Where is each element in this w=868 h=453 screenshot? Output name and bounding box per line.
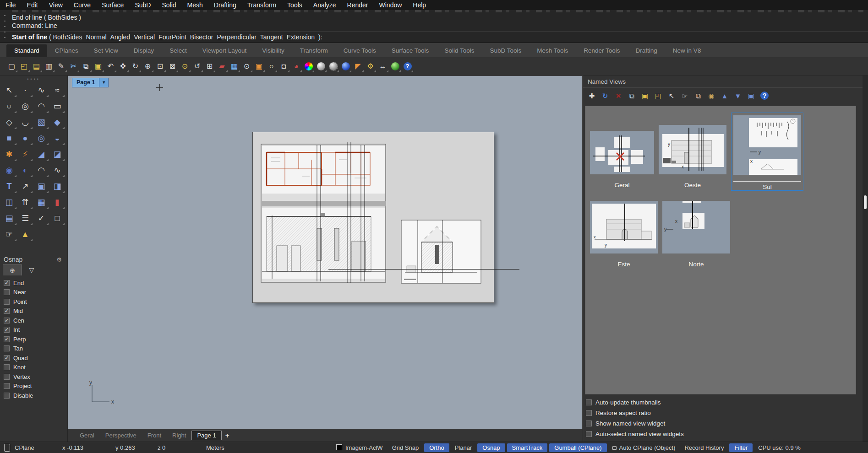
- ribbon-tab[interactable]: Solid Tools: [437, 44, 482, 57]
- ribbon-tab[interactable]: Visibility: [254, 44, 292, 57]
- lock-icon[interactable]: ◘: [278, 60, 290, 73]
- ellipse-tool[interactable]: ◎: [18, 98, 33, 113]
- named-view-este[interactable]: x y Este: [590, 201, 658, 270]
- osnap-checkbox[interactable]: Mid: [4, 307, 67, 316]
- curve-fillet-tool[interactable]: ◡: [18, 114, 33, 129]
- arc-tool[interactable]: ◠: [34, 98, 49, 113]
- named-view-icon[interactable]: ▰: [216, 60, 228, 73]
- spotlight-icon[interactable]: ◤: [352, 60, 364, 73]
- panel-option-checkbox[interactable]: Restore aspect ratio: [586, 408, 858, 418]
- command-option[interactable]: Perpendicular: [217, 33, 256, 41]
- show-view-icon[interactable]: ◉: [706, 91, 716, 101]
- named-view-geral[interactable]: Geral: [590, 131, 654, 191]
- command-option[interactable]: Vertical: [134, 33, 155, 41]
- pyramid-tool[interactable]: ▲: [18, 226, 33, 242]
- status-item[interactable]: y 0.263: [111, 444, 153, 451]
- revolve-tool[interactable]: ◒: [50, 130, 65, 146]
- ribbon-tab[interactable]: Curve Tools: [336, 44, 384, 57]
- layout-viewport[interactable]: Page 1 ▼: [68, 76, 583, 429]
- osnap-checkbox[interactable]: Cen: [4, 316, 67, 325]
- pick-view-icon[interactable]: ↖: [666, 91, 677, 101]
- command-option[interactable]: Normal: [86, 33, 106, 41]
- status-item[interactable]: Record History: [680, 444, 728, 451]
- status-item[interactable]: z 0: [153, 444, 202, 451]
- duplicate-view-icon[interactable]: ⧉: [693, 91, 703, 101]
- menu-item[interactable]: Help: [407, 1, 431, 9]
- zoom-dynamic-icon[interactable]: ⊕: [142, 60, 154, 73]
- scrollbar-thumb[interactable]: [864, 195, 867, 209]
- osnap-checkbox[interactable]: Perp: [4, 334, 67, 344]
- ribbon-tab[interactable]: Mesh Tools: [529, 44, 576, 57]
- light-icon[interactable]: ○: [265, 60, 278, 73]
- osnap-checkbox[interactable]: End: [4, 278, 67, 288]
- move-up-icon[interactable]: ▲: [720, 91, 730, 101]
- status-item[interactable]: Ortho: [424, 443, 449, 452]
- section-tool[interactable]: ▮: [50, 194, 65, 210]
- viewport-tab[interactable]: Perspective: [100, 431, 142, 440]
- render-preview-icon[interactable]: [389, 60, 401, 73]
- status-item[interactable]: Auto CPlane (Object): [608, 444, 680, 451]
- sketch-curve-tool[interactable]: ≈: [50, 82, 65, 97]
- viewport-tab[interactable]: Right: [167, 431, 191, 440]
- print-icon[interactable]: ▥: [43, 60, 55, 73]
- scale-tool[interactable]: ↗: [18, 178, 33, 194]
- ribbon-tab[interactable]: SubD Tools: [482, 44, 529, 57]
- command-area[interactable]: End of line ( BothSides ) Command: Line …: [0, 10, 868, 43]
- import-views-icon[interactable]: ◰: [653, 91, 663, 101]
- delete-view-icon[interactable]: ✕: [613, 91, 623, 101]
- cut-icon[interactable]: ✂: [67, 60, 80, 73]
- checkbox[interactable]: [586, 431, 592, 437]
- surface-from-points-tool[interactable]: ▧: [34, 114, 49, 129]
- loft-surface-tool[interactable]: ◆: [50, 114, 65, 129]
- menu-item[interactable]: Solid: [156, 1, 181, 9]
- status-item[interactable]: x -0.113: [58, 444, 111, 451]
- viewport-title-tab[interactable]: Page 1 ▼: [72, 78, 109, 87]
- osnap-checkbox[interactable]: Knot: [4, 363, 67, 372]
- menu-item[interactable]: View: [44, 1, 68, 9]
- pan-icon[interactable]: ✥: [117, 60, 129, 73]
- viewport-tab[interactable]: Page 1: [191, 431, 221, 440]
- ribbon-tab[interactable]: Select: [162, 44, 195, 57]
- checkbox[interactable]: [586, 410, 592, 416]
- render-icon[interactable]: [315, 60, 327, 73]
- menu-item[interactable]: Window: [374, 1, 408, 9]
- status-item[interactable]: Filter: [729, 443, 753, 452]
- viewport-tab[interactable]: Geral: [74, 431, 100, 440]
- help-icon[interactable]: ?: [759, 91, 770, 101]
- edit-annotate-icon[interactable]: ✎: [55, 60, 67, 73]
- command-option[interactable]: Tangent: [260, 33, 283, 41]
- blast-tool[interactable]: ⚡: [18, 146, 33, 162]
- status-item[interactable]: SmartTrack: [507, 443, 548, 452]
- viewport-tab[interactable]: Front: [142, 431, 167, 440]
- ribbon-tab[interactable]: Drafting: [628, 44, 665, 57]
- filter-objects-icon[interactable]: ▣: [253, 60, 265, 73]
- osnap-checkbox[interactable]: Quad: [4, 353, 67, 363]
- status-item[interactable]: Osnap: [477, 443, 505, 452]
- trim-tool[interactable]: ◢: [34, 146, 49, 162]
- pick-hand-tool[interactable]: ☞: [2, 226, 17, 242]
- new-file-icon[interactable]: ▢: [5, 60, 18, 73]
- torus-tool[interactable]: ◎: [34, 130, 49, 146]
- control-point-curve-tool[interactable]: ∿: [34, 82, 49, 97]
- check-tool[interactable]: ✓: [34, 210, 49, 226]
- menu-item[interactable]: SubD: [129, 1, 156, 9]
- menu-item[interactable]: Curve: [68, 1, 96, 9]
- ribbon-tab[interactable]: Render Tools: [576, 44, 628, 57]
- notebook-tool[interactable]: ▤: [2, 210, 17, 226]
- menu-item[interactable]: Render: [342, 1, 374, 9]
- panel-option-checkbox[interactable]: Show named view widget: [586, 418, 858, 429]
- color-wheel-icon[interactable]: [302, 60, 315, 73]
- osnap-checkbox[interactable]: Point: [4, 297, 67, 307]
- ribbon-tab[interactable]: Display: [126, 44, 162, 57]
- chevron-down-icon[interactable]: ▼: [99, 78, 109, 87]
- menu-item[interactable]: Surface: [96, 1, 129, 9]
- menu-item[interactable]: Mesh: [182, 1, 208, 9]
- checkbox[interactable]: [4, 364, 10, 370]
- status-item[interactable]: Imagem-AclW: [332, 444, 388, 451]
- checkbox[interactable]: [4, 383, 10, 389]
- rotate-view-icon[interactable]: ↻: [129, 60, 142, 73]
- dimension-icon[interactable]: ↔: [377, 60, 389, 73]
- menu-item[interactable]: File: [0, 1, 22, 9]
- status-item[interactable]: Grid Snap: [388, 444, 424, 451]
- mirror-tool[interactable]: ◨: [50, 178, 65, 194]
